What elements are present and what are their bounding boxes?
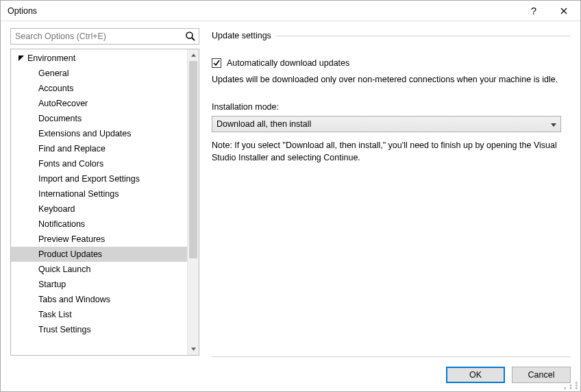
left-column: Environment General Accounts AutoRecover… [10, 28, 199, 356]
tree-item-accounts[interactable]: Accounts [11, 81, 187, 96]
search-box[interactable] [10, 28, 199, 45]
install-mode-label: Installation mode: [212, 102, 571, 112]
category-tree: Environment General Accounts AutoRecover… [10, 49, 199, 356]
tree-item-label: Notifications [38, 219, 85, 229]
cancel-button[interactable]: Cancel [512, 367, 571, 383]
auto-download-label: Automatically download updates [227, 58, 349, 68]
tree-item-find-replace[interactable]: Find and Replace [11, 141, 187, 156]
title-bar: Options ? [1, 1, 580, 21]
tree-item-trust-settings[interactable]: Trust Settings [11, 322, 187, 337]
tree-item-label: Task List [38, 310, 72, 319]
tree-item-label: AutoRecover [38, 99, 88, 108]
tree-item-label: Keyboard [38, 204, 75, 214]
scroll-up-button[interactable] [188, 49, 199, 61]
section-title: Update settings [212, 31, 271, 40]
tree-item-label: Fonts and Colors [38, 159, 103, 169]
tree-item-label: International Settings [38, 189, 119, 199]
tree-item-label: Find and Replace [38, 144, 106, 154]
window-title: Options [8, 6, 519, 16]
install-mode-select[interactable]: Download all, then install [212, 116, 561, 132]
tree-item-notifications[interactable]: Notifications [11, 217, 187, 232]
checkmark-icon [213, 60, 220, 66]
install-mode-note: Note: If you select "Download all, then … [212, 139, 561, 164]
tree-item-startup[interactable]: Startup [11, 277, 187, 292]
tree-item-task-list[interactable]: Task List [11, 307, 187, 322]
settings-panel: Update settings Automatically download u… [212, 28, 571, 356]
tree-item-label: Documents [38, 114, 82, 123]
ok-button-label: OK [469, 370, 482, 380]
tree-item-label: General [38, 69, 69, 78]
scroll-down-button[interactable] [188, 343, 199, 355]
svg-marker-3 [191, 347, 196, 350]
auto-download-description: Updates will be downloaded only over non… [212, 73, 561, 86]
tree-item-import-export[interactable]: Import and Export Settings [11, 171, 187, 186]
section-divider [277, 36, 571, 36]
tree-item-label: Quick Launch [38, 265, 90, 274]
tree-item-quick-launch[interactable]: Quick Launch [11, 262, 187, 277]
tree-item-label: Product Updates [38, 249, 102, 259]
tree-item-documents[interactable]: Documents [11, 111, 187, 126]
tree-item-preview-features[interactable]: Preview Features [11, 232, 187, 247]
search-input[interactable] [15, 32, 182, 41]
tree-item-label: Tabs and Windows [38, 295, 110, 304]
tree-item-product-updates[interactable]: Product Updates [11, 247, 187, 262]
svg-point-0 [186, 32, 193, 38]
scroll-thumb[interactable] [189, 61, 197, 258]
close-icon [560, 8, 567, 14]
tree-item-label: Preview Features [38, 234, 105, 244]
chevron-down-icon [551, 119, 556, 129]
tree-item-international[interactable]: International Settings [11, 186, 187, 201]
section-header: Update settings [212, 31, 571, 40]
tree-item-general[interactable]: General [11, 66, 187, 81]
tree-scrollbar[interactable] [187, 49, 199, 355]
auto-download-checkbox[interactable] [212, 58, 221, 68]
tree-list[interactable]: Environment General Accounts AutoRecover… [11, 49, 187, 355]
svg-marker-1 [18, 56, 24, 61]
close-button[interactable] [549, 1, 579, 21]
tree-item-label: Accounts [38, 84, 73, 93]
tree-item-extensions-updates[interactable]: Extensions and Updates [11, 126, 187, 141]
cancel-button-label: Cancel [528, 370, 555, 380]
tree-item-label: Environment [27, 51, 75, 66]
search-icon [185, 31, 196, 42]
tree-item-label: Trust Settings [38, 325, 91, 334]
tree-item-label: Extensions and Updates [38, 129, 132, 138]
tree-item-keyboard[interactable]: Keyboard [11, 201, 187, 217]
tree-item-label: Import and Export Settings [38, 174, 140, 184]
scroll-track[interactable] [188, 61, 199, 343]
dialog-footer: OK Cancel [1, 356, 580, 391]
help-button[interactable]: ? [519, 1, 549, 21]
tree-item-environment[interactable]: Environment [11, 51, 187, 66]
footer-divider [212, 356, 571, 357]
expand-arrow-icon [18, 55, 25, 62]
ok-button[interactable]: OK [446, 367, 505, 383]
tree-item-autorecover[interactable]: AutoRecover [11, 96, 187, 111]
tree-item-fonts-colors[interactable]: Fonts and Colors [11, 156, 187, 171]
button-row: OK Cancel [10, 367, 571, 383]
svg-marker-2 [191, 53, 196, 56]
tree-item-label: Startup [38, 280, 66, 289]
auto-download-row[interactable]: Automatically download updates [212, 58, 571, 68]
tree-item-tabs-windows[interactable]: Tabs and Windows [11, 292, 187, 307]
svg-marker-4 [551, 123, 556, 127]
install-mode-value: Download all, then install [217, 119, 311, 129]
dialog-body: Environment General Accounts AutoRecover… [1, 21, 580, 356]
